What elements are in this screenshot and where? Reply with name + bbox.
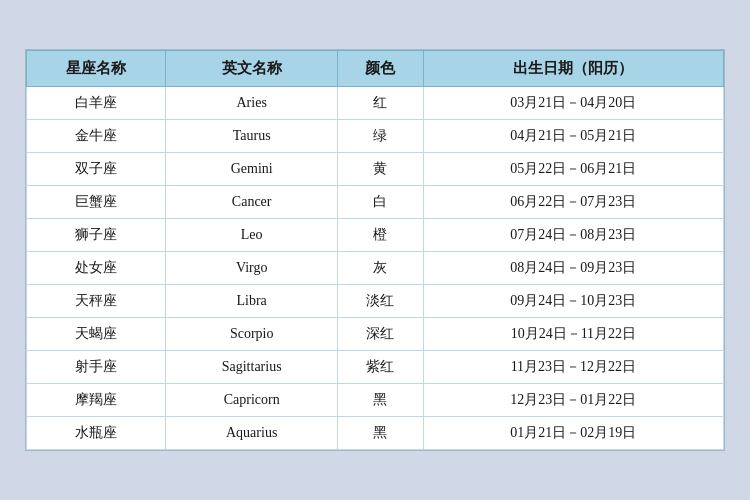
table-row: 狮子座Leo橙07月24日－08月23日 — [27, 219, 724, 252]
cell-english-name: Sagittarius — [166, 351, 338, 384]
table-row: 射手座Sagittarius紫红11月23日－12月22日 — [27, 351, 724, 384]
cell-english-name: Scorpio — [166, 318, 338, 351]
cell-dates: 01月21日－02月19日 — [423, 417, 723, 450]
table-row: 天秤座Libra淡红09月24日－10月23日 — [27, 285, 724, 318]
cell-color: 黑 — [337, 417, 423, 450]
cell-english-name: Libra — [166, 285, 338, 318]
cell-dates: 11月23日－12月22日 — [423, 351, 723, 384]
cell-english-name: Gemini — [166, 153, 338, 186]
cell-dates: 04月21日－05月21日 — [423, 120, 723, 153]
cell-dates: 07月24日－08月23日 — [423, 219, 723, 252]
cell-chinese-name: 双子座 — [27, 153, 166, 186]
header-color: 颜色 — [337, 51, 423, 87]
table-row: 水瓶座Aquarius黑01月21日－02月19日 — [27, 417, 724, 450]
cell-chinese-name: 金牛座 — [27, 120, 166, 153]
table-row: 天蝎座Scorpio深红10月24日－11月22日 — [27, 318, 724, 351]
table-row: 金牛座Taurus绿04月21日－05月21日 — [27, 120, 724, 153]
table-row: 摩羯座Capricorn黑12月23日－01月22日 — [27, 384, 724, 417]
cell-dates: 10月24日－11月22日 — [423, 318, 723, 351]
cell-chinese-name: 天秤座 — [27, 285, 166, 318]
cell-color: 黄 — [337, 153, 423, 186]
cell-chinese-name: 处女座 — [27, 252, 166, 285]
cell-dates: 08月24日－09月23日 — [423, 252, 723, 285]
cell-color: 红 — [337, 87, 423, 120]
table-row: 白羊座Aries红03月21日－04月20日 — [27, 87, 724, 120]
cell-chinese-name: 摩羯座 — [27, 384, 166, 417]
zodiac-table-container: 星座名称 英文名称 颜色 出生日期（阳历） 白羊座Aries红03月21日－04… — [25, 49, 725, 451]
cell-dates: 09月24日－10月23日 — [423, 285, 723, 318]
cell-english-name: Cancer — [166, 186, 338, 219]
cell-color: 黑 — [337, 384, 423, 417]
cell-english-name: Leo — [166, 219, 338, 252]
cell-chinese-name: 水瓶座 — [27, 417, 166, 450]
cell-dates: 03月21日－04月20日 — [423, 87, 723, 120]
cell-chinese-name: 狮子座 — [27, 219, 166, 252]
table-header-row: 星座名称 英文名称 颜色 出生日期（阳历） — [27, 51, 724, 87]
table-row: 双子座Gemini黄05月22日－06月21日 — [27, 153, 724, 186]
table-row: 巨蟹座Cancer白06月22日－07月23日 — [27, 186, 724, 219]
cell-color: 绿 — [337, 120, 423, 153]
header-english-name: 英文名称 — [166, 51, 338, 87]
cell-english-name: Virgo — [166, 252, 338, 285]
cell-chinese-name: 天蝎座 — [27, 318, 166, 351]
cell-color: 灰 — [337, 252, 423, 285]
cell-dates: 05月22日－06月21日 — [423, 153, 723, 186]
cell-english-name: Aquarius — [166, 417, 338, 450]
header-chinese-name: 星座名称 — [27, 51, 166, 87]
table-body: 白羊座Aries红03月21日－04月20日金牛座Taurus绿04月21日－0… — [27, 87, 724, 450]
cell-chinese-name: 白羊座 — [27, 87, 166, 120]
cell-english-name: Capricorn — [166, 384, 338, 417]
header-birthdate: 出生日期（阳历） — [423, 51, 723, 87]
cell-color: 橙 — [337, 219, 423, 252]
cell-chinese-name: 巨蟹座 — [27, 186, 166, 219]
cell-english-name: Taurus — [166, 120, 338, 153]
cell-chinese-name: 射手座 — [27, 351, 166, 384]
cell-color: 白 — [337, 186, 423, 219]
table-row: 处女座Virgo灰08月24日－09月23日 — [27, 252, 724, 285]
cell-color: 深红 — [337, 318, 423, 351]
zodiac-table: 星座名称 英文名称 颜色 出生日期（阳历） 白羊座Aries红03月21日－04… — [26, 50, 724, 450]
cell-dates: 06月22日－07月23日 — [423, 186, 723, 219]
cell-english-name: Aries — [166, 87, 338, 120]
cell-color: 紫红 — [337, 351, 423, 384]
cell-color: 淡红 — [337, 285, 423, 318]
cell-dates: 12月23日－01月22日 — [423, 384, 723, 417]
